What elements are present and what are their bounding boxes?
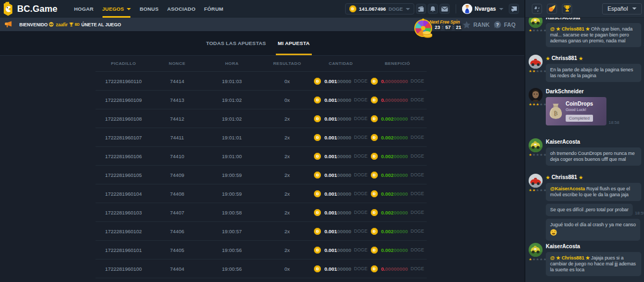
chat-language-selector[interactable]: Español	[602, 3, 642, 14]
emoji-row	[550, 229, 636, 238]
mention[interactable]: @ ★ Chriss881 ★	[550, 255, 590, 261]
cell-hash: 1722281960102	[96, 228, 151, 234]
table-row[interactable]: 1722281960104 74408 19:00:59 2x Đ0.00100…	[96, 184, 427, 203]
menu-item-asociado[interactable]: ASOCIADO	[163, 0, 200, 18]
cell-nonce: 74411	[151, 135, 203, 140]
doge-coin-icon: Đ	[314, 115, 321, 122]
cell-time: 19:00:58	[203, 210, 261, 216]
chat-username[interactable]: ★Chriss881★	[546, 174, 641, 180]
doge-coin-icon: Đ	[314, 247, 321, 254]
table-row[interactable]: 1722281960100 74404 19:00:56 0x Đ0.00100…	[96, 259, 427, 278]
menu-item-juegos[interactable]: JUEGOS	[98, 0, 135, 18]
cell-time: 19:00:59	[203, 191, 261, 197]
table-row[interactable]: 1722281960108 74412 19:01:02 2x Đ0.00100…	[96, 109, 427, 128]
mention[interactable]: @KaiserAcosta	[550, 186, 585, 191]
cell-result: 2x	[261, 210, 313, 216]
menu-item-hogar[interactable]: HOGAR	[70, 0, 98, 18]
bets-table: PICADILLO NONCE HORA RESULTADO CANTIDAD …	[96, 56, 427, 278]
table-row[interactable]: 1722281960110 74414 19:01:03 0x Đ0.00100…	[96, 72, 427, 91]
chat-avatar[interactable]	[529, 174, 543, 188]
sunglasses-emoji	[49, 22, 54, 27]
table-row[interactable]: 1722281960105 74409 19:00:59 2x Đ0.00100…	[96, 166, 427, 184]
wallet-button[interactable]	[416, 4, 426, 14]
column-header: HORA	[203, 61, 261, 66]
user-level-stars: ★★★★★	[529, 102, 546, 107]
divider	[456, 4, 456, 13]
bubble-row: @ ★ Chriss881 ★ Ohh que bien, nada mal..…	[546, 20, 641, 47]
cell-nonce: 74408	[151, 191, 203, 197]
message-content-column: DarkSchneider ₿ CoinDrops Good Luck! Com…	[546, 87, 641, 125]
menu-item-bonus[interactable]: BONUS	[135, 0, 163, 18]
cell-result: 2x	[261, 228, 313, 234]
cell-profit: Đ0.00200000DOGE	[368, 190, 427, 197]
fireball-icon	[548, 5, 556, 12]
chat-avatar[interactable]	[529, 88, 543, 102]
cell-profit: Đ0.00200000DOGE	[368, 247, 427, 254]
table-row[interactable]: 1722281960106 74410 19:01:00 2x Đ0.00100…	[96, 147, 427, 166]
avatar-darkschneider	[529, 88, 543, 102]
chat-username[interactable]: DarkSchneider	[546, 88, 641, 94]
message-content-column: ★Chriss881★ En la parte de abajo de la p…	[546, 54, 641, 82]
table-row[interactable]: 1722281960109 74413 19:01:02 0x Đ0.00100…	[96, 91, 427, 109]
chat-username[interactable]: ★Chriss881★	[546, 55, 641, 61]
level-star-icon: ★	[532, 69, 536, 73]
chat-avatar[interactable]	[529, 55, 543, 69]
user-name: Nvargas	[475, 6, 496, 12]
cell-profit: Đ0.00200000DOGE	[368, 115, 427, 122]
chat-toggle-button[interactable]	[509, 4, 519, 14]
message-content-column: ★Chriss881★ @KaiserAcosta Royal flush es…	[546, 173, 641, 241]
cell-profit: Đ0.00000000DOGE	[368, 97, 427, 103]
bcgame-logo-icon	[3, 2, 13, 16]
chat-avatar[interactable]	[529, 138, 543, 152]
doge-coin-icon: Đ	[314, 172, 321, 179]
coindrops-completed-button[interactable]: Completed	[566, 115, 593, 122]
coindrop-button[interactable]	[532, 4, 542, 14]
hot-games-button[interactable]	[547, 4, 557, 14]
trophy-emoji	[69, 22, 74, 27]
bets-panel: TODAS LAS APUESTAS MI APUESTA PICADILLO …	[0, 31, 524, 282]
messages-button[interactable]	[440, 4, 450, 14]
table-row[interactable]: 1722281960107 74411 19:01:01 2x Đ0.00100…	[96, 128, 427, 147]
chat-message: ★★★★★ DarkSchneider ₿ CoinDrops Good Luc…	[529, 87, 641, 125]
free-spin-widget[interactable]: Next Free Spin 23:57:21 RANK ?FAQ	[413, 18, 524, 31]
cell-result: 2x	[261, 153, 313, 159]
column-header: BENEFICIÓ	[368, 61, 427, 66]
chevron-down-icon	[632, 8, 636, 10]
table-row[interactable]: 1722281960101 74405 19:00:56 2x Đ0.00100…	[96, 241, 427, 259]
cell-nonce: 74410	[151, 153, 203, 159]
tab-all-bets[interactable]: TODAS LAS APUESTAS	[200, 31, 272, 55]
balance-selector[interactable]: Đ 141.067496 DOGE	[345, 3, 414, 14]
mention[interactable]: @ ★ Chriss881 ★	[550, 26, 590, 32]
doge-coin-icon: Đ	[371, 228, 378, 235]
user-avatar[interactable]	[462, 4, 472, 14]
balance-amount: 141.067496	[359, 6, 386, 12]
cell-time: 19:01:03	[203, 78, 261, 84]
faq-link[interactable]: ?FAQ	[494, 18, 516, 31]
tab-label: MI APUESTA	[278, 40, 310, 46]
brand-logo[interactable]: BC.Game	[3, 2, 57, 16]
chat-avatar[interactable]	[529, 243, 543, 257]
coindrops-card[interactable]: ₿ CoinDrops Good Luck! Completed	[546, 97, 606, 125]
table-row[interactable]: 1722281960103 74407 19:00:58 2x Đ0.00100…	[96, 203, 427, 222]
menu-item-forum[interactable]: FÓRUM	[200, 0, 228, 18]
chat-message: ★★★★★ ★Chriss881★ En la parte de abajo d…	[529, 54, 641, 82]
chat-header: Español	[525, 0, 644, 18]
rank-link[interactable]: RANK	[463, 18, 489, 31]
notifications-button[interactable]	[428, 4, 438, 14]
chat-username[interactable]: KaiserAcosta	[546, 243, 641, 249]
cell-hash: 1722281960100	[96, 266, 151, 272]
table-row[interactable]: 1722281960102 74406 19:00:57 2x Đ0.00100…	[96, 222, 427, 241]
cell-time: 19:01:02	[203, 116, 261, 122]
welcome-username[interactable]: zaafir	[56, 22, 68, 27]
menu-item-label: ASOCIADO	[167, 6, 195, 12]
tab-my-bets[interactable]: MI APUESTA	[272, 31, 316, 55]
bubble-text: KaiserAcosta	[546, 243, 580, 249]
chat-username[interactable]: KaiserAcosta	[546, 139, 641, 145]
chevron-down-icon	[127, 8, 131, 10]
doge-coin-icon: Đ	[371, 115, 378, 122]
faq-icon: ?	[494, 21, 501, 28]
contest-button[interactable]	[562, 4, 572, 14]
brand-name: BC.Game	[17, 4, 57, 14]
wallet-icon	[418, 6, 425, 12]
cell-time: 19:00:57	[203, 228, 261, 234]
